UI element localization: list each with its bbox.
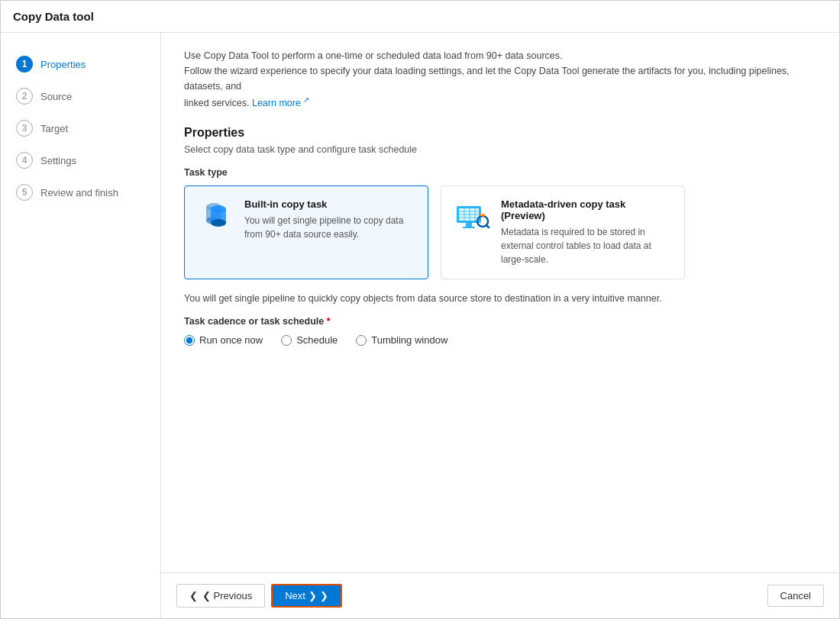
footer-left: ❮ ❮ Previous Next ❯ ❯	[176, 584, 342, 608]
step-circle-3: 3	[16, 120, 33, 137]
cancel-button[interactable]: Cancel	[767, 585, 824, 607]
step-circle-4: 4	[16, 152, 33, 169]
svg-rect-15	[463, 227, 475, 228]
content-area: Use Copy Data Tool to perform a one-time…	[161, 33, 839, 618]
task-cards: Built-in copy task You will get single p…	[184, 185, 816, 279]
intro-line2: Follow the wizard experience to specify …	[184, 66, 790, 92]
intro-paragraph: Use Copy Data Tool to perform a one-time…	[184, 48, 816, 111]
sidebar-label-target: Target	[40, 123, 68, 134]
learn-more-link[interactable]: Learn more ➚	[252, 98, 309, 108]
title-bar: Copy Data tool	[1, 1, 839, 33]
task-type-label: Task type	[184, 167, 816, 178]
main-container: 1 Properties 2 Source 3 Target 4 Setting…	[1, 33, 839, 618]
pipeline-description: You will get single pipeline to quickly …	[184, 293, 816, 304]
sidebar-label-review: Review and finish	[40, 187, 118, 198]
metadata-task-title: Metadata-driven copy task (Preview)	[501, 198, 672, 221]
task-card-builtin-content: Built-in copy task You will get single p…	[197, 198, 415, 241]
sidebar-item-settings[interactable]: 4 Settings	[1, 144, 160, 176]
next-label: Next ❯	[285, 590, 316, 601]
metadata-task-icon	[454, 198, 490, 235]
footer: ❮ ❮ Previous Next ❯ ❯ Cancel	[161, 572, 839, 618]
sidebar-label-source: Source	[40, 91, 72, 102]
sidebar-item-source[interactable]: 2 Source	[1, 80, 160, 112]
sidebar-label-properties: Properties	[40, 59, 86, 70]
section-subtitle: Select copy data task type and configure…	[184, 144, 816, 155]
previous-chevron-icon: ❮	[189, 590, 198, 601]
required-marker: *	[324, 316, 330, 327]
next-chevron-icon: ❯	[320, 590, 328, 601]
section-title: Properties	[184, 126, 816, 140]
builtin-task-title: Built-in copy task	[244, 198, 415, 210]
radio-tumbling-label: Tumbling window	[371, 334, 447, 346]
metadata-task-text: Metadata-driven copy task (Preview) Meta…	[501, 198, 672, 266]
content-scroll: Use Copy Data Tool to perform a one-time…	[161, 33, 839, 572]
radio-option-run-once[interactable]: Run once now	[184, 334, 263, 346]
builtin-task-text: Built-in copy task You will get single p…	[244, 198, 415, 241]
step-circle-5: 5	[16, 184, 33, 201]
radio-schedule[interactable]	[281, 335, 292, 346]
svg-line-17	[486, 225, 489, 227]
builtin-task-desc: You will get single pipeline to copy dat…	[244, 214, 415, 241]
metadata-task-desc: Metadata is required to be stored in ext…	[501, 225, 672, 266]
radio-schedule-label: Schedule	[296, 334, 338, 346]
task-card-builtin[interactable]: Built-in copy task You will get single p…	[184, 185, 428, 279]
previous-label: ❮ Previous	[202, 590, 252, 601]
step-circle-1: 1	[16, 56, 33, 73]
intro-line3: linked services.	[184, 98, 249, 108]
task-card-metadata[interactable]: Metadata-driven copy task (Preview) Meta…	[441, 185, 685, 279]
svg-rect-14	[466, 223, 472, 227]
radio-option-tumbling[interactable]: Tumbling window	[356, 334, 447, 346]
cancel-label: Cancel	[780, 590, 811, 601]
cadence-label: Task cadence or task schedule *	[184, 316, 816, 327]
builtin-task-icon	[197, 198, 234, 235]
intro-line1: Use Copy Data Tool to perform a one-time…	[184, 50, 563, 61]
task-card-metadata-content: Metadata-driven copy task (Preview) Meta…	[454, 198, 672, 266]
radio-run-once[interactable]	[184, 335, 195, 346]
step-circle-2: 2	[16, 88, 33, 105]
sidebar-item-properties[interactable]: 1 Properties	[1, 48, 160, 80]
radio-run-once-label: Run once now	[199, 334, 263, 346]
sidebar-item-review[interactable]: 5 Review and finish	[1, 176, 160, 208]
sidebar-label-settings: Settings	[40, 155, 76, 166]
next-button[interactable]: Next ❯ ❯	[271, 584, 341, 608]
sidebar: 1 Properties 2 Source 3 Target 4 Setting…	[1, 33, 161, 618]
previous-button[interactable]: ❮ ❮ Previous	[176, 584, 265, 608]
svg-point-5	[211, 219, 226, 227]
app-title: Copy Data tool	[13, 10, 94, 23]
radio-group-cadence: Run once now Schedule Tumbling window	[184, 334, 816, 346]
external-link-icon: ➚	[303, 95, 309, 104]
sidebar-item-target[interactable]: 3 Target	[1, 112, 160, 144]
radio-tumbling[interactable]	[356, 335, 367, 346]
radio-option-schedule[interactable]: Schedule	[281, 334, 338, 346]
